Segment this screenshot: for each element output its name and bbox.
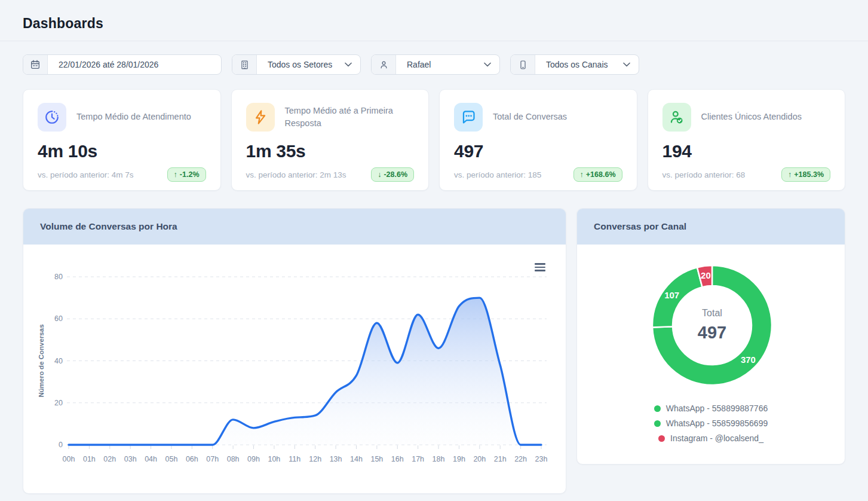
date-range-value[interactable]: 22/01/2026 até 28/01/2026	[48, 55, 221, 74]
svg-text:60: 60	[54, 314, 63, 323]
chevron-down-icon	[345, 55, 360, 74]
kpi-delta-badge: ↑+168.6%	[573, 167, 622, 182]
svg-text:20h: 20h	[473, 455, 486, 463]
kpi-previous: vs. período anterior: 2m 13s	[246, 170, 346, 179]
svg-text:20: 20	[701, 270, 711, 280]
kpi-delta-badge: ↑-1.2%	[167, 167, 206, 182]
sector-select[interactable]: Todos os Setores	[232, 54, 361, 75]
legend-dot	[654, 420, 661, 427]
kpi-card-total-conversations: Total de Conversas 497 vs. período anter…	[439, 89, 637, 191]
svg-text:17h: 17h	[412, 455, 424, 463]
user-check-icon	[662, 103, 691, 132]
building-icon	[232, 55, 257, 74]
kpi-row: Tempo Médio de Atendimento 4m 10s vs. pe…	[23, 89, 845, 191]
legend-label: Instagram - @localsend_	[670, 433, 763, 443]
legend-dot	[654, 405, 661, 412]
date-range-filter[interactable]: 22/01/2026 até 28/01/2026	[23, 54, 222, 75]
svg-text:23h: 23h	[535, 455, 548, 463]
svg-text:19h: 19h	[453, 455, 465, 463]
kpi-delta-badge: ↑+185.3%	[781, 167, 830, 182]
svg-text:05h: 05h	[165, 455, 178, 463]
kpi-previous: vs. período anterior: 4m 7s	[38, 170, 134, 179]
channel-donut-card: Conversas por Canal 37010720 Total 497 W…	[576, 208, 845, 465]
svg-text:40: 40	[54, 357, 63, 365]
hourly-volume-chart: 02040608000h01h02h03h04h05h06h07h08h09h1…	[23, 245, 566, 493]
kpi-value: 1m 35s	[246, 141, 415, 161]
svg-text:18h: 18h	[433, 455, 445, 463]
lightning-icon	[246, 103, 275, 132]
legend-item[interactable]: WhatsApp - 558899887766	[654, 404, 768, 413]
donut-legend: WhatsApp - 558899887766WhatsApp - 558599…	[577, 404, 845, 443]
header-divider	[0, 41, 868, 41]
hourly-volume-chart-card: Volume de Conversas por Hora 02040608000…	[23, 208, 566, 494]
channel-donut-chart: 37010720 Total 497 WhatsApp - 5588998877…	[577, 245, 845, 464]
svg-text:Número de Conversas: Número de Conversas	[38, 324, 45, 397]
kpi-previous: vs. período anterior: 185	[454, 170, 541, 179]
dashboard-page: Dashboards 22/01/2026 até 28/01/2026	[0, 0, 868, 494]
svg-text:80: 80	[54, 273, 63, 281]
svg-text:13h: 13h	[330, 455, 342, 463]
chart-title: Conversas por Canal	[577, 209, 845, 245]
area-chart-svg: 02040608000h01h02h03h04h05h06h07h08h09h1…	[23, 245, 566, 484]
clock-icon	[38, 103, 66, 132]
calendar-icon	[23, 55, 48, 74]
kpi-previous: vs. período anterior: 68	[662, 170, 746, 179]
page-title: Dashboards	[23, 16, 845, 32]
legend-item[interactable]: Instagram - @localsend_	[658, 433, 763, 443]
kpi-label: Tempo Médio até a Primeira Resposta	[285, 105, 413, 130]
filter-bar: 22/01/2026 até 28/01/2026 Todos os Setor…	[23, 54, 845, 75]
svg-text:370: 370	[741, 355, 756, 365]
svg-text:01h: 01h	[83, 455, 96, 463]
svg-text:22h: 22h	[514, 455, 527, 463]
svg-text:10h: 10h	[268, 455, 280, 463]
kpi-value: 194	[662, 141, 831, 161]
legend-dot	[658, 435, 665, 442]
svg-text:03h: 03h	[124, 455, 137, 463]
kpi-delta-badge: ↓-28.6%	[371, 167, 414, 182]
svg-text:20: 20	[54, 399, 63, 407]
channel-value: Todos os Canais	[535, 55, 623, 74]
svg-text:15h: 15h	[370, 455, 383, 463]
svg-text:06h: 06h	[186, 455, 198, 463]
kpi-value: 497	[454, 141, 622, 161]
chevron-down-icon	[623, 55, 639, 74]
svg-text:21h: 21h	[494, 455, 507, 463]
svg-text:14h: 14h	[350, 455, 363, 463]
kpi-card-unique-clients: Clientes Únicos Atendidos 194 vs. períod…	[648, 89, 846, 191]
person-icon	[372, 55, 396, 74]
chat-bubble-icon	[454, 103, 483, 132]
chart-title: Volume de Conversas por Hora	[23, 209, 566, 245]
kpi-label: Total de Conversas	[493, 111, 567, 123]
svg-text:07h: 07h	[206, 455, 219, 463]
sector-value: Todos os Setores	[257, 55, 345, 74]
donut-chart-svg: 37010720	[577, 245, 845, 388]
phone-icon	[511, 55, 535, 74]
kpi-card-first-response-time: Tempo Médio até a Primeira Resposta 1m 3…	[231, 89, 430, 191]
svg-text:0: 0	[59, 441, 63, 449]
svg-text:11h: 11h	[289, 455, 300, 463]
charts-row: Volume de Conversas por Hora 02040608000…	[23, 208, 845, 494]
chevron-down-icon	[484, 55, 499, 74]
agent-value: Rafael	[396, 55, 484, 74]
channel-select[interactable]: Todos os Canais	[510, 54, 639, 75]
kpi-value: 4m 10s	[38, 141, 206, 161]
svg-text:107: 107	[664, 290, 679, 300]
kpi-label: Tempo Médio de Atendimento	[76, 111, 191, 123]
legend-label: WhatsApp - 558899887766	[666, 404, 768, 413]
legend-item[interactable]: WhatsApp - 558599856699	[654, 418, 768, 428]
svg-text:12h: 12h	[309, 455, 321, 463]
agent-select[interactable]: Rafael	[371, 54, 500, 75]
kpi-label: Clientes Únicos Atendidos	[701, 111, 802, 123]
chart-menu-icon[interactable]	[535, 263, 545, 271]
svg-text:16h: 16h	[391, 455, 404, 463]
kpi-card-avg-handle-time: Tempo Médio de Atendimento 4m 10s vs. pe…	[23, 89, 221, 191]
svg-text:02h: 02h	[103, 455, 116, 463]
svg-text:04h: 04h	[145, 455, 157, 463]
svg-text:00h: 00h	[63, 455, 75, 463]
svg-text:08h: 08h	[227, 455, 240, 463]
legend-label: WhatsApp - 558599856699	[666, 418, 768, 428]
svg-text:09h: 09h	[247, 455, 260, 463]
